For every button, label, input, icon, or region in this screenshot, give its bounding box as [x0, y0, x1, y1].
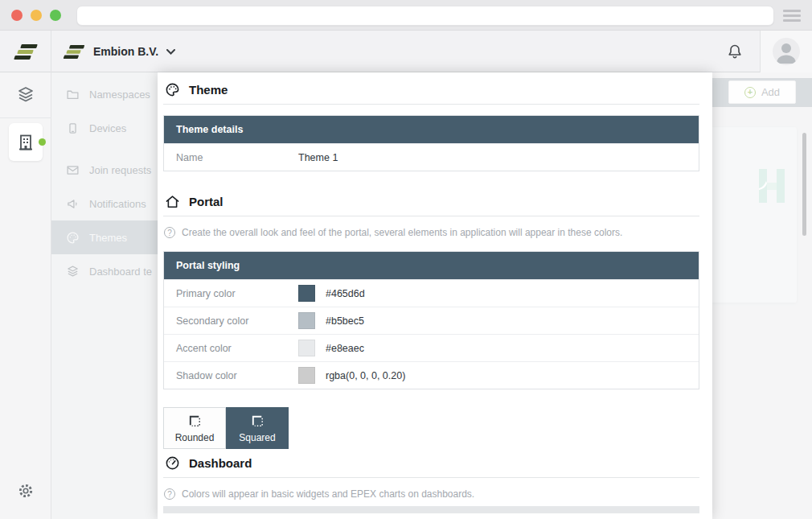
secondary-color-value: #b5bec5	[326, 315, 364, 327]
theme-editor-panel: Theme Theme details Name Theme 1 Portal …	[158, 72, 712, 519]
app-logo-home[interactable]	[0, 31, 51, 72]
theme-section-title: Theme	[189, 83, 228, 97]
sidebar-item-organization[interactable]	[9, 123, 43, 161]
app-header: Embion B.V.	[0, 31, 812, 72]
gauge-icon	[165, 455, 180, 471]
help-icon: ?	[164, 488, 175, 500]
dashboard-section-heading: Dashboard	[165, 455, 699, 471]
close-window-button[interactable]	[11, 10, 23, 21]
palette-icon	[165, 82, 180, 97]
portal-section-heading: Portal	[165, 194, 699, 209]
home-icon	[165, 194, 180, 209]
theme-section-heading: Theme	[165, 82, 699, 97]
dashboard-help: ? Colors will appear in basic widgets an…	[164, 488, 699, 500]
company-switcher[interactable]: Embion B.V.	[63, 31, 175, 72]
table-row-accent-color[interactable]: Accent color #e8eaec	[164, 334, 699, 361]
minimize-window-button[interactable]	[31, 10, 42, 21]
layers-icon	[16, 85, 35, 105]
portal-styling-table: Portal styling Primary color #465d6d Sec…	[163, 251, 699, 389]
table-row-primary-color[interactable]: Primary color #465d6d	[164, 279, 699, 307]
primary-color-swatch[interactable]	[298, 285, 315, 302]
table-row-name[interactable]: Name Theme 1	[164, 143, 699, 171]
portal-styling-table-header: Portal styling	[164, 252, 699, 279]
browser-chrome	[0, 0, 812, 31]
chevron-down-icon	[166, 49, 175, 55]
theme-details-table: Theme details Name Theme 1	[163, 115, 699, 171]
table-row-shadow-color[interactable]: Shadow color rgba(0, 0, 0, 0.20)	[164, 361, 699, 389]
active-status-dot	[39, 138, 46, 146]
corner-style-toggle: Rounded Squared	[163, 407, 699, 449]
secondary-color-label: Secondary color	[176, 315, 298, 327]
name-value: Theme 1	[298, 152, 338, 163]
primary-sidebar	[0, 72, 51, 519]
company-name: Embion B.V.	[93, 45, 158, 58]
portal-section-title: Portal	[189, 195, 224, 208]
help-icon: ?	[164, 227, 175, 238]
theme-details-table-header: Theme details	[164, 116, 699, 143]
sidebar-item-settings[interactable]	[0, 482, 51, 500]
sidebar-item-layers[interactable]	[0, 72, 51, 118]
clipped-next-section	[163, 506, 699, 513]
maximize-window-button[interactable]	[50, 10, 61, 21]
building-icon	[16, 133, 35, 152]
url-input[interactable]	[76, 6, 774, 26]
avatar	[773, 38, 800, 65]
secondary-color-swatch[interactable]	[298, 312, 315, 329]
primary-color-label: Primary color	[176, 288, 298, 299]
shadow-color-swatch[interactable]	[298, 367, 315, 384]
corner-style-icon	[187, 414, 203, 429]
primary-color-value: #465d6d	[326, 288, 365, 299]
name-label: Name	[176, 152, 298, 163]
portal-help: ? Create the overall look and feel of th…	[164, 227, 699, 238]
dashboard-help-text: Colors will appear in basic widgets and …	[182, 488, 474, 500]
squared-button-label: Squared	[239, 432, 275, 443]
accent-color-label: Accent color	[176, 343, 298, 354]
accent-color-value: #e8eaec	[326, 343, 364, 354]
rounded-corners-button[interactable]: Rounded	[163, 407, 226, 449]
rounded-button-label: Rounded	[175, 432, 215, 443]
squared-corners-button[interactable]: Squared	[226, 407, 289, 449]
shadow-color-label: Shadow color	[176, 370, 298, 381]
embion-logo-icon	[14, 43, 37, 60]
accent-color-swatch[interactable]	[298, 340, 315, 356]
corner-style-icon	[250, 414, 265, 429]
user-menu[interactable]	[760, 31, 812, 72]
portal-help-text: Create the overall look and feel of the …	[182, 227, 622, 238]
browser-menu-icon[interactable]	[783, 10, 801, 22]
page-scrollbar[interactable]	[802, 133, 806, 236]
embion-logo-icon	[64, 43, 84, 60]
shadow-color-value: rgba(0, 0, 0, 0.20)	[326, 370, 405, 381]
table-row-secondary-color[interactable]: Secondary color #b5bec5	[164, 307, 699, 334]
dashboard-section-title: Dashboard	[189, 456, 252, 470]
notifications-bell-icon[interactable]	[725, 42, 744, 61]
gear-icon	[17, 482, 35, 500]
